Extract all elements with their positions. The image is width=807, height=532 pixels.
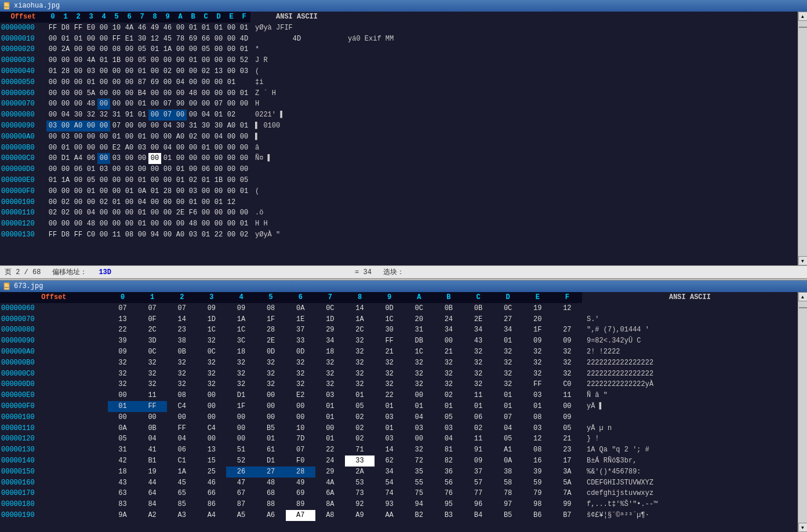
table-row: 000000E0011A00050000000100000102011B0005 — [0, 175, 798, 186]
table-row: 00000050000000010000008769000400000001 ‡… — [0, 77, 798, 88]
table-row: 00000100000200000201000400000001000112 — [0, 197, 798, 208]
offset-header: Offset — [0, 12, 46, 23]
scroll-thumb-1[interactable] — [799, 27, 807, 28]
scroll-down-1[interactable]: ▼ — [798, 256, 808, 265]
ansi-cell: Ñ¤ ▌ — [250, 153, 343, 164]
titlebar-673: HEX 673.jpg — [0, 280, 807, 292]
col-E: E — [225, 12, 238, 23]
table-row: 000000300000004A011B00050000000100000052… — [0, 55, 798, 66]
scroll-thumb-2[interactable] — [799, 307, 807, 308]
table-row: 00000090393D38323C2E333432FFDB0043010909… — [0, 336, 798, 347]
ansi-cell: š¢£¥¦§¨©ª²³´µ¶· — [582, 510, 798, 521]
table-row: 0000013031410613516107227114328191A10823… — [0, 444, 798, 456]
ansi-cell: 2222222222222222 — [582, 358, 798, 369]
table-row: 00000130FFD8FFC0001108009400A00301220002… — [0, 229, 798, 241]
col-F: F — [238, 12, 250, 23]
svg-text:HEX: HEX — [5, 6, 9, 8]
table-row: 000000A000030000000100010000A00200040000… — [0, 132, 798, 143]
ansi-cell: J R — [250, 55, 343, 66]
ansi-cell: yØyà JFIF — [250, 23, 343, 34]
table-row: 000000D03232323232323232323232323232FFC0… — [0, 379, 798, 390]
table-row: 000000C032323232323232323232323232323232… — [0, 369, 798, 380]
col-D: D — [212, 12, 225, 23]
table-row: 0000014042B1C11552D1F02433627282090A1617… — [0, 456, 798, 467]
col-5: 5 — [110, 12, 123, 23]
hex-body-2: 000000600707070909080A0C140D0C0B0B0C1912… — [0, 303, 798, 521]
ansi-cell: Ñ â " — [582, 390, 798, 401]
offset-value-status: 13D — [99, 268, 111, 276]
ansi-cell: yÄ µ n — [582, 423, 798, 434]
table-row: 000000B00001000000E2A0030004000001000000… — [0, 143, 798, 154]
scrollbar-1[interactable]: ▲ ▼ — [798, 12, 807, 265]
col-8: 8 — [148, 12, 161, 23]
table-row: 00000170636465666768696A737475767778797A… — [0, 488, 798, 499]
table-row: 000000100001010000FFE130124578696600004D… — [0, 34, 798, 45]
offset-label-status: 偏移地址： — [52, 267, 87, 277]
col-2: 2 — [72, 12, 85, 23]
scroll-down-2[interactable]: ▼ — [798, 523, 808, 532]
ansi-cell: â — [250, 143, 343, 154]
table-row: 0000007000000048000000010007900000070000… — [0, 99, 798, 110]
table-row: 000000A0090C0B0C180D0D1832211C2132323232… — [0, 347, 798, 358]
table-row: 00000000FFD8FFE000104A464946000101010001… — [0, 23, 798, 34]
scrollbar-2[interactable]: ▲ ▼ — [798, 292, 807, 532]
ansi-cell: yá0 Exif MM — [343, 34, 798, 45]
ansi-cell: } ! — [582, 433, 798, 444]
scroll-up-1[interactable]: ▲ — [798, 12, 808, 21]
scroll-up-2[interactable]: ▲ — [798, 292, 808, 301]
table-row: 00000160434445464748494A535455565758595A… — [0, 478, 798, 489]
ansi-cell — [250, 197, 343, 208]
table-row: 00000070130F141D1A1F1E1D1A1C20242E2720 S… — [0, 314, 798, 325]
col-0: 0 — [46, 12, 59, 23]
ansi-cell: CDEFGHIJSTUVWXYZ — [582, 478, 798, 489]
ansi-cell: 0221' ▌ — [250, 110, 343, 121]
col-header-row-2: Offset 0 1 2 3 4 5 6 7 8 9 A B — [0, 292, 798, 303]
ansi-cell: cdefghijstuvwxyz — [582, 488, 798, 499]
ansi-cell: %&'()*456789: — [582, 467, 798, 478]
ansi-cell: yÄ ▌ — [582, 401, 798, 412]
table-row: 000000B032323232323232323232323232323232… — [0, 358, 798, 369]
table-row: 00000080000430323231910100070000040102 0… — [0, 110, 798, 121]
ansi-cell: 2! !2222 — [582, 347, 798, 358]
ansi-cell: H — [250, 99, 343, 110]
table-row: 000001200504040000017D010203000411051221… — [0, 433, 798, 444]
svg-rect-4 — [8, 283, 9, 285]
table-row: 000000D000000601030003000000010006000000 — [0, 164, 798, 175]
hex-content-xiaohua: Offset 0 1 2 3 4 5 6 7 8 9 A B — [0, 12, 807, 265]
svg-rect-1 — [8, 2, 9, 4]
table-row: 0000012000000048000000010000004800000001… — [0, 218, 798, 229]
ansi-cell: * — [250, 44, 343, 55]
table-row: 00000020002A000000080005011A000005000001… — [0, 44, 798, 55]
col-C: C — [199, 12, 212, 23]
hex-body-1: 00000000FFD8FFE000104A464946000101010001… — [0, 23, 798, 241]
ansi-cell: Z ´ H — [250, 88, 343, 99]
ansi-cell: ▌ — [250, 132, 343, 143]
file-icon: HEX — [3, 2, 12, 10]
title-xiaohua: xiaohua.jpg — [14, 2, 60, 10]
col-header-row: Offset 0 1 2 3 4 5 6 7 8 9 A B — [0, 12, 798, 23]
ansi-cell — [582, 303, 798, 314]
ansi-cell: .ö — [250, 207, 343, 218]
table-row: 000000C000D1A406000300000001000000000000… — [0, 153, 798, 164]
ansi-cell: H H — [250, 218, 343, 229]
ansi-cell: B±Á RÑó$3br, — [582, 456, 798, 467]
ansi-cell: 22222222222222yÀ — [582, 379, 798, 390]
ansi-cell — [582, 412, 798, 423]
ansi-cell: ( — [250, 66, 343, 77]
table-row: 000000900300A00000070000000430313030A001… — [0, 121, 798, 132]
ansi-cell: 1A Qa "q 2 '; # — [582, 444, 798, 456]
ansi-cell — [250, 175, 343, 186]
ansi-cell: ( — [250, 186, 343, 197]
table-row: 000000600707070909080A0C140D0C0B0B0C1912 — [0, 303, 798, 314]
ansi-cell: 2222222222222222 — [582, 369, 798, 380]
table-row: 000000F001FFC4001F0000010501010101010100… — [0, 401, 798, 412]
col-B: B — [187, 12, 199, 23]
ansi-header-1: ANSI ASCII — [250, 12, 343, 23]
col-6: 6 — [123, 12, 136, 23]
title-673: 673.jpg — [14, 282, 43, 290]
col-9: 9 — [161, 12, 174, 23]
table-row: 000000F0000000010000010A0128000300000001… — [0, 186, 798, 197]
col-3: 3 — [85, 12, 97, 23]
table-row: 00000080222C231C1C2837292C30313434341F27… — [0, 325, 798, 336]
ansi-cell: ▌ 0100 — [250, 121, 343, 132]
